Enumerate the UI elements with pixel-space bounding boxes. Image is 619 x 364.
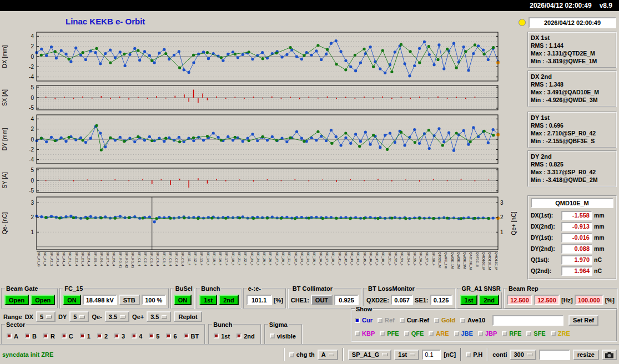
svg-text:0: 0 [31,54,34,60]
x-axis-label: SP_B2_4 [74,252,78,284]
interval-dropdown[interactable]: 300 [510,350,536,360]
sector-checkbox-4[interactable]: 4 [132,333,142,340]
timestamp-field: 2026/04/12 02:00:49 [529,17,616,28]
checkbox-icon [355,331,360,336]
show-checkbox-kbp[interactable]: KBP [355,330,375,337]
x-axis-label: SP_C5_4 [162,252,166,284]
sector-checkbox-a[interactable]: A [7,333,18,340]
threshold-input[interactable] [422,350,441,360]
range-qem-dropdown[interactable]: 3.5 [105,311,129,322]
range-dx-dropdown[interactable]: 5 [36,311,56,322]
control-row-3: Sector ABRC123456BT Bunch 1st2nd Sigma v… [1,324,303,345]
x-axis-label: SP_41_4 [338,252,341,284]
stats-title: DY 1st [531,114,613,122]
checkbox-icon [434,318,439,323]
x-axis-label: SP_37_4 [325,252,329,284]
show-checkbox-rfe[interactable]: RFE [502,330,521,337]
qxd2e-value-field: 0.057 [391,295,413,305]
stats-dx-1st: DX 1st RMS : 1.144 Max : 3.131@QTD2E_M M… [527,32,617,68]
x-axis-label: SP_18_4 [231,252,235,284]
range-dy-dropdown[interactable]: 5 [69,311,89,322]
svg-text:2: 2 [500,214,504,220]
bpm-dropdown[interactable]: SP_A1_G [348,350,392,360]
x-axis-label: QWDE_1M [450,252,454,284]
ref-name-input[interactable] [492,315,563,326]
show-group: Show CurRefCur-RefGoldAve10 Set Ref KBPP… [351,309,617,342]
chg-th-checkbox[interactable]: chg th [289,351,315,358]
bunch-sel-items: 1st2nd [214,333,254,340]
checkbox-icon [114,333,119,338]
show-checkbox-sfe[interactable]: SFE [526,330,545,337]
snapshot-button[interactable] [602,350,617,360]
che1-out-button[interactable]: OUT [311,295,333,305]
checkbox-icon [400,318,405,323]
bunch-2nd-button[interactable]: 2nd [219,295,239,305]
sector-checkbox-3[interactable]: 3 [114,333,125,340]
sector-checkbox-r[interactable]: R [43,333,55,340]
fc15-kv-field[interactable]: 18.498 kV [83,295,117,305]
x-axis-label: SP_35_4 [312,252,316,284]
sector-checkbox-6[interactable]: 6 [166,333,177,340]
sector-a-dropdown[interactable]: A [318,350,338,360]
busel-on-button[interactable]: ON [174,295,192,305]
x-axis-label: QWDE_3M [462,252,466,284]
bt-lossmonitor-group: BT LossMonitor QXD2E: 0.057 SE1: 0.125 [363,288,455,309]
sector-checkbox-bt[interactable]: BT [184,333,199,340]
x-axis-label: SP_31_4 [287,252,291,284]
set-ref-button[interactable]: Set Ref [568,315,598,326]
ph-checkbox[interactable]: P.H [466,351,482,358]
bunch-1st-button[interactable]: 1st [199,295,217,305]
replot-button[interactable]: Replot [174,311,202,322]
range-qep-dropdown[interactable]: 3.5 [147,311,171,322]
show-checkbox-jbp[interactable]: JBP [478,330,497,337]
x-axis-label: SP_51_4 [387,252,391,284]
dropdown-indicator-icon [410,353,415,356]
bt-collimator-group: BT Collimator CHE1: OUT 0.925 [288,288,362,309]
sector-checkbox-1[interactable]: 1 [80,333,90,340]
show-checkbox-cur[interactable]: Cur [355,317,373,323]
extra-input[interactable] [539,350,570,360]
bunch-dropdown[interactable]: 1st [394,350,419,360]
beam-gate-open-2-button[interactable]: Open [31,295,55,305]
monitor-row: DY(1st): -0.016 mm [531,232,613,243]
stats-rms: RMS : 1.144 [531,42,613,49]
x-axis-label: SP_B4_4 [87,252,90,284]
resize-button[interactable]: resize [573,350,599,360]
show-checkbox-jbe[interactable]: JBE [454,330,473,337]
x-axis-label: QMD11E_M [487,252,491,284]
x-axis-label: SP_C1_4 [137,252,141,284]
show-checkbox-qfe[interactable]: QFE [404,330,424,337]
fc15-stb-button[interactable]: STB [119,295,140,305]
sector-checkbox-5[interactable]: 5 [149,333,159,340]
show-checkbox-are[interactable]: ARE [429,330,449,337]
show-checkbox-ref[interactable]: Ref [378,317,395,323]
checkbox-label: ARE [436,330,449,337]
show-checkbox-zre[interactable]: ZRE [551,330,570,337]
ee-ratio-field[interactable]: 101.1 [246,295,272,305]
snsr-1st-button[interactable]: 1st [460,295,478,305]
busel-group: BuSel ON [170,288,195,309]
fc15-on-button[interactable]: ON [63,295,81,305]
sector-checkbox-b[interactable]: B [25,333,37,340]
sigma-visible-checkbox[interactable]: visible [270,333,296,340]
show-checkbox-gold[interactable]: Gold [434,317,455,323]
fc15-percent-field[interactable]: 100 % [142,295,166,305]
monitor-value: -1.558 [561,211,592,220]
snsr-2nd-button[interactable]: 2nd [479,295,499,305]
checkbox-label: 1 [87,333,90,340]
bunch-checkbox-1st[interactable]: 1st [214,333,230,340]
checkbox-icon [526,331,531,336]
conti-label: conti [492,351,507,358]
show-checkbox-ave10[interactable]: Ave10 [460,317,485,323]
charge-chart: 332211Qe- [nC]Qe+ [nC] [0,196,526,251]
show-checkbox-cur-ref[interactable]: Cur-Ref [400,317,429,323]
titlebar-datetime: 2026/04/12 02:00:49 [530,2,591,9]
x-axis-label: SP_A3_4 [56,252,59,284]
stats-max: Max : 2.710@SP_R0_42 [531,129,613,137]
show-checkbox-pfe[interactable]: PFE [380,330,399,337]
sector-checkbox-c[interactable]: C [62,333,73,340]
bunch-checkbox-2nd[interactable]: 2nd [236,333,255,340]
stats-dy-1st: DY 1st RMS : 0.696 Max : 2.710@SP_R0_42 … [527,112,617,148]
beam-gate-open-1-button[interactable]: Open [4,295,29,305]
sector-checkbox-2[interactable]: 2 [97,333,108,340]
